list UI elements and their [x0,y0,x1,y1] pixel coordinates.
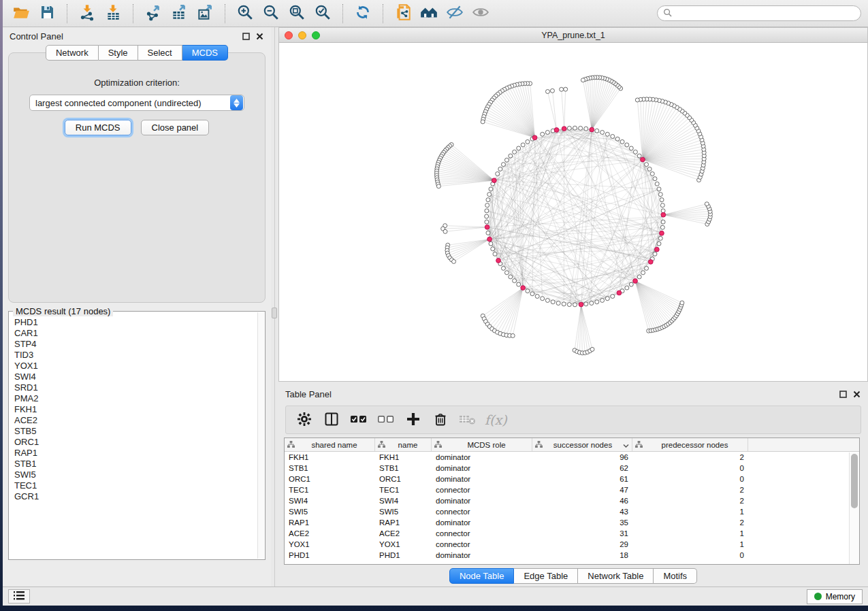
import-network-button[interactable] [76,3,99,24]
mcds-list-scrollbar[interactable] [257,312,264,559]
network-node[interactable] [551,300,555,304]
network-node[interactable] [526,289,530,293]
network-node[interactable] [645,266,649,270]
network-node[interactable] [436,184,440,188]
network-node[interactable] [620,139,624,144]
network-node[interactable] [485,220,489,224]
network-node[interactable] [680,301,684,305]
network-hub-node[interactable] [590,127,594,132]
close-panel-icon-button[interactable] [255,31,264,41]
mcds-result-item[interactable]: TEC1 [14,480,263,491]
mcds-result-item[interactable]: STB1 [14,459,263,469]
network-node[interactable] [485,209,489,213]
network-node[interactable] [637,154,641,158]
mcds-result-item[interactable]: TID3 [14,350,263,361]
column-header-predecessor-nodes[interactable]: predecessor nodes [632,438,748,451]
network-node[interactable] [611,135,615,139]
network-node[interactable] [511,333,515,337]
network-node[interactable] [489,242,493,246]
network-node[interactable] [545,298,549,302]
table-row[interactable]: PHD1PHD1dominator180 [285,550,849,561]
network-node[interactable] [647,167,652,171]
select-all-rows-button[interactable] [349,410,369,430]
network-hub-node[interactable] [554,128,559,133]
import-table-button[interactable] [101,3,125,24]
tab-edge-table[interactable]: Edge Table [514,568,578,584]
network-node[interactable] [517,282,521,286]
export-network-button[interactable] [142,3,165,24]
mcds-result-item[interactable]: RAP1 [14,448,263,459]
mcds-result-item[interactable]: CAR1 [14,328,263,339]
network-node[interactable] [562,302,566,306]
network-node[interactable] [641,271,645,275]
table-row[interactable]: FKH1FKH1dominator962 [285,452,849,463]
network-node[interactable] [486,198,490,202]
network-node[interactable] [541,132,545,136]
network-node[interactable] [493,252,497,256]
network-node[interactable] [526,139,530,144]
network-node[interactable] [658,236,662,240]
network-node[interactable] [611,294,615,298]
network-node[interactable] [595,129,599,133]
network-node[interactable] [605,297,609,301]
search-field[interactable] [657,5,861,21]
network-canvas[interactable] [279,43,867,381]
tab-style[interactable]: Style [99,45,138,61]
table-row[interactable]: STB1STB1dominator620 [285,463,849,474]
delete-table-button[interactable] [457,410,478,430]
network-node[interactable] [501,266,505,270]
network-node[interactable] [509,275,513,279]
table-row[interactable]: SWI5SWI5connector431 [285,506,849,517]
network-node[interactable] [491,247,495,251]
export-image-button[interactable] [193,3,216,24]
network-node[interactable] [637,275,641,279]
toggle-column-panel-button[interactable] [321,410,342,430]
network-node[interactable] [705,202,709,206]
network-node[interactable] [567,303,571,307]
network-node[interactable] [660,203,664,208]
network-node[interactable] [496,171,500,176]
network-node[interactable] [650,171,654,176]
table-row[interactable]: TEC1TEC1connector472 [285,484,849,495]
network-node[interactable] [625,286,629,290]
save-session-button[interactable] [35,3,59,24]
network-node[interactable] [545,131,549,135]
network-node[interactable] [481,120,485,124]
network-node[interactable] [660,225,664,229]
network-hub-node[interactable] [579,302,583,307]
column-header-successor-nodes[interactable]: successor nodes [532,438,632,451]
delete-column-button[interactable] [430,410,451,430]
mcds-result-item[interactable]: PMA2 [14,393,263,404]
network-node[interactable] [590,301,594,306]
network-node[interactable] [517,146,521,150]
network-node[interactable] [595,300,599,304]
mcds-result-item[interactable]: GCR1 [14,491,263,502]
table-settings-button[interactable] [294,410,315,430]
first-neighbors-button[interactable] [417,3,440,24]
mcds-result-item[interactable]: ACE2 [14,415,263,426]
export-table-button[interactable] [167,3,191,24]
network-hub-node[interactable] [492,178,496,183]
tab-node-table[interactable]: Node Table [449,568,515,584]
mcds-result-item[interactable]: ORC1 [14,437,263,448]
tab-network-table[interactable]: Network Table [578,568,654,584]
float-panel-button[interactable] [241,31,251,41]
network-node[interactable] [600,298,605,302]
network-node[interactable] [635,98,639,102]
network-node[interactable] [573,303,577,307]
network-node[interactable] [653,252,657,256]
network-hub-node[interactable] [633,279,638,284]
zoom-selected-button[interactable] [311,3,334,24]
network-hub-node[interactable] [487,237,492,242]
network-node[interactable] [629,282,633,286]
network-node[interactable] [509,154,513,158]
network-node[interactable] [513,150,517,154]
new-network-from-selection-button[interactable] [391,3,415,24]
table-row[interactable]: YOX1YOX1connector291 [285,539,849,550]
network-node[interactable] [661,209,665,213]
create-column-button[interactable] [403,410,423,430]
network-node[interactable] [600,131,605,135]
network-node[interactable] [658,193,662,197]
tab-motifs[interactable]: Motifs [654,568,697,584]
open-file-button[interactable] [10,3,33,24]
